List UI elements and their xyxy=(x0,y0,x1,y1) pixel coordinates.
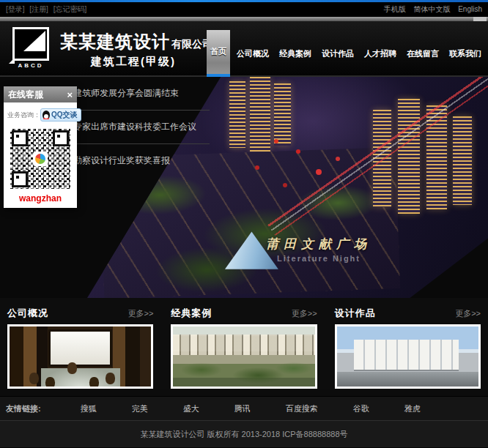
nav-item-contact-us[interactable]: 联系我们 xyxy=(446,30,485,77)
nav-item-company-overview[interactable]: 公司概况 xyxy=(233,30,273,77)
nav-item-home[interactable]: 首页 xyxy=(207,30,230,77)
banner-subtitle: Literature Night xyxy=(266,254,371,263)
more-link[interactable]: 更多>> xyxy=(292,308,317,319)
friend-link-google[interactable]: 谷歌 xyxy=(353,403,369,414)
qr-center-logo-icon xyxy=(33,152,48,166)
company-title-block: 某某建筑设计有限公司 建筑工程(甲级) xyxy=(60,30,212,69)
banner-tower xyxy=(274,83,290,146)
qq-penguin-icon xyxy=(42,111,50,119)
company-logo[interactable]: ABCD xyxy=(9,27,53,69)
conference-table-shape xyxy=(41,368,120,387)
classic-cases-image[interactable] xyxy=(171,324,317,389)
banner-balloons xyxy=(274,139,278,143)
section-design-works: 设计作品 更多>> xyxy=(335,302,481,389)
qr-finder-icon xyxy=(12,130,28,146)
more-link[interactable]: 更多>> xyxy=(455,308,481,319)
qr-code xyxy=(9,127,72,190)
copyright-text: 某某建筑设计公司 版权所有 2013-2018 ICP备88888888号 xyxy=(140,429,347,440)
friend-link-wanmei[interactable]: 完美 xyxy=(132,403,148,414)
logo-square-icon xyxy=(12,27,49,61)
qr-caption: wangzhan xyxy=(7,193,73,204)
mobile-version-link[interactable]: 手机版 xyxy=(384,5,406,13)
news-item[interactable]: 专家出席市建设科技委工作会议 xyxy=(73,111,210,144)
friend-link-baidu[interactable]: 百度搜索 xyxy=(286,403,318,414)
main-nav: 首页 公司概况 经典案例 设计作品 人才招聘 在线留言 联系我们 xyxy=(205,30,487,77)
consult-label: 业务咨询： xyxy=(7,111,40,120)
section-title: 公司概况 xyxy=(7,307,48,320)
nav-item-recruitment[interactable]: 人才招聘 xyxy=(361,30,400,77)
qr-finder-icon xyxy=(53,130,69,146)
friend-link-tencent[interactable]: 腾讯 xyxy=(234,403,251,414)
news-item[interactable]: 建筑师发展分享会圆满结束 xyxy=(73,77,210,111)
friend-links-bar: 友情链接: 搜狐 完美 盛大 腾讯 百度搜索 谷歌 雅虎 xyxy=(0,396,488,420)
qq-chat-button[interactable]: QQ交谈 xyxy=(40,108,81,122)
online-service-panel: 在线客服 × 业务咨询： QQ交谈 wangzhan xyxy=(4,86,77,208)
nav-item-message-board[interactable]: 在线留言 xyxy=(403,30,443,77)
section-title: 设计作品 xyxy=(335,307,376,320)
logo-corner-icon xyxy=(9,58,15,64)
friend-link-yahoo[interactable]: 雅虎 xyxy=(404,403,421,414)
qq-chat-label: QQ交谈 xyxy=(51,110,78,120)
logo-triangle-icon xyxy=(23,31,45,51)
friend-link-sohu[interactable]: 搜狐 xyxy=(81,403,97,414)
more-link[interactable]: 更多>> xyxy=(127,308,153,319)
simplified-chinese-link[interactable]: 简体中文版 xyxy=(413,5,450,13)
service-panel-body: 业务咨询： QQ交谈 wangzhan xyxy=(4,102,77,208)
account-links: [登录] [注册] [忘记密码] xyxy=(6,4,89,15)
register-link[interactable]: [注册] xyxy=(29,5,48,13)
banner-tower xyxy=(250,77,270,152)
news-item[interactable]: 勘察设计行业奖获奖喜报 xyxy=(73,144,210,177)
company-name: 某某建筑设计 xyxy=(60,31,170,51)
nav-item-design-works[interactable]: 设计作品 xyxy=(318,30,358,77)
version-links: 手机版 简体中文版 English xyxy=(378,4,482,15)
service-panel-header: 在线客服 × xyxy=(4,86,77,102)
section-classic-cases: 经典案例 更多>> xyxy=(171,302,317,389)
footer: 某某建筑设计公司 版权所有 2013-2018 ICP备88888888号 xyxy=(0,420,488,448)
company-overview-image[interactable] xyxy=(7,324,153,389)
news-list: 建筑师发展分享会圆满结束 专家出席市建设科技委工作会议 勘察设计行业奖获奖喜报 xyxy=(73,77,210,177)
ground-shape xyxy=(337,372,478,387)
banner-tower xyxy=(229,81,245,148)
chairs-shape xyxy=(29,373,39,384)
section-title: 经典案例 xyxy=(171,307,212,320)
forgot-password-link[interactable]: [忘记密码] xyxy=(53,5,87,13)
design-works-image[interactable] xyxy=(335,324,481,389)
logo-text: ABCD xyxy=(9,62,53,69)
login-link[interactable]: [登录] xyxy=(6,5,25,13)
close-icon[interactable]: × xyxy=(67,90,73,100)
friend-link-shengda[interactable]: 盛大 xyxy=(183,403,199,414)
banner-tower xyxy=(453,116,471,205)
header: ABCD 某某建筑设计有限公司 建筑工程(甲级) 首页 公司概况 经典案例 设计… xyxy=(0,21,488,77)
greenery-shape xyxy=(173,359,314,387)
english-version-link[interactable]: English xyxy=(458,5,482,13)
company-qualification: 建筑工程(甲级) xyxy=(91,55,212,69)
buildings-shape xyxy=(173,335,314,355)
banner-caption: 莆田文献广场 Literature Night xyxy=(266,236,371,263)
content-sections: 公司概况 更多>> 经典案例 更多>> 设计作品 更多>> xyxy=(0,298,488,389)
service-panel-title: 在线客服 xyxy=(8,89,43,101)
qr-finder-icon xyxy=(12,171,28,187)
banner-title: 莆田文献广场 xyxy=(266,236,371,253)
nav-item-classic-cases[interactable]: 经典案例 xyxy=(276,30,315,77)
main-banner-area: 建筑师发展分享会圆满结束 专家出席市建设科技委工作会议 勘察设计行业奖获奖喜报 … xyxy=(0,77,488,298)
projection-screen-shape xyxy=(51,332,110,365)
section-company-overview: 公司概况 更多>> xyxy=(7,302,153,389)
building-shape xyxy=(354,340,459,370)
topbar: [登录] [注册] [忘记密码] 手机版 简体中文版 English xyxy=(0,2,488,17)
friend-links-label: 友情链接: xyxy=(6,403,41,414)
